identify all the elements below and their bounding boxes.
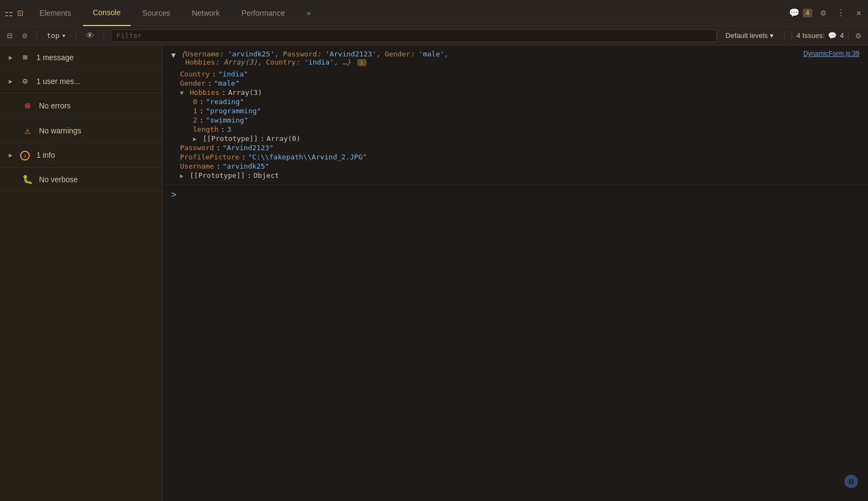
hobby-2-value: "swimming": [206, 116, 248, 124]
sidebar-item-user-messages[interactable]: ▶ ⊙ 1 user mes...: [0, 69, 162, 93]
list-icon: ≡: [19, 52, 31, 62]
tab-sources[interactable]: Sources: [133, 0, 180, 26]
hobby-length-row: length : 3: [193, 125, 859, 134]
hobbies-prototype-expand[interactable]: ▶: [193, 136, 201, 143]
hobbies-prototype-row: ▶ [[Prototype]] : Array(0): [193, 134, 859, 143]
profile-picture-row: ProfilePicture : "C:\\fakepath\\Arvind_2…: [180, 152, 859, 162]
info-label: 1 info: [36, 151, 55, 159]
username-value: "arvindk25": [222, 162, 269, 170]
object-preview: {Username: 'arvindk25', Password: 'Arvin…: [181, 50, 859, 66]
context-label: top: [47, 31, 59, 40]
object-prototype-value: Object: [254, 171, 279, 179]
country-key: Country: [180, 70, 210, 78]
default-levels-button[interactable]: Default levels ▾: [721, 30, 778, 41]
user-icon: ⊙: [19, 76, 31, 86]
username-key: Username: [180, 162, 214, 170]
chat-count: 4: [803, 9, 812, 17]
hobbies-prototype-key: [[Prototype]]: [203, 134, 258, 143]
hobby-0-row: 0 : "reading": [193, 97, 859, 106]
issues-text: 4 Issues:: [796, 31, 825, 40]
console-prompt[interactable]: >: [163, 185, 868, 204]
user-messages-expand-arrow: ▶: [9, 78, 12, 85]
hobby-0-index: 0: [193, 98, 197, 106]
toolbar-divider-3: [104, 30, 104, 41]
sidebar-item-messages[interactable]: ▶ ≡ 1 message: [0, 46, 162, 69]
prompt-arrow: >: [171, 189, 177, 200]
hobbies-expand-triangle[interactable]: ▼: [180, 89, 188, 97]
console-entry: ▼ {Username: 'arvindk25', Password: 'Arv…: [163, 46, 868, 185]
object-tree: Country : "india" Gender : "male" ▼ Hobb…: [171, 69, 859, 180]
chat-icon: 💬: [789, 8, 800, 18]
country-row: Country : "india": [180, 69, 859, 79]
tab-bar-right: 💬 4 ⚙ ⋮ ✕: [789, 5, 864, 20]
main-area: ▶ ≡ 1 message ▶ ⊙ 1 user mes... ⊗ No err…: [0, 46, 868, 501]
object-prototype-row: ▶ [[Prototype]] : Object: [180, 171, 859, 180]
tab-bar: ⚏ ⊡ Elements Console Sources Network Per…: [0, 0, 868, 26]
toolbar-divider-1: [36, 30, 37, 41]
tab-more[interactable]: »: [297, 0, 320, 26]
more-options-icon[interactable]: ⋮: [834, 5, 847, 20]
sidebar-item-verbose[interactable]: 🐛 No verbose: [0, 168, 162, 191]
gender-value: "male": [214, 79, 240, 87]
sidebar-item-info[interactable]: ▶ i 1 info: [0, 143, 162, 168]
warning-icon: ⚠: [22, 125, 34, 136]
sidebar-item-warnings[interactable]: ⚠ No warnings: [0, 118, 162, 143]
tab-network[interactable]: Network: [182, 0, 229, 26]
messages-expand-arrow: ▶: [9, 54, 12, 61]
profile-picture-key: ProfilePicture: [180, 153, 240, 161]
info-expand-arrow: ▶: [9, 151, 12, 159]
gender-key: Gender: [180, 79, 205, 87]
object-prototype-expand[interactable]: ▶: [180, 172, 188, 179]
info-icon: i: [19, 150, 31, 160]
hobby-2-row: 2 : "swimming": [193, 115, 859, 125]
filter-input[interactable]: [111, 29, 717, 42]
issues-chat-icon: 💬: [828, 31, 837, 40]
sidebar-item-errors[interactable]: ⊗ No errors: [0, 93, 162, 118]
issues-count: 4: [840, 31, 844, 40]
object-prototype-key: [[Prototype]]: [190, 171, 245, 179]
password-key: Password: [180, 144, 214, 152]
clear-console-icon[interactable]: ⊘: [20, 29, 30, 42]
default-levels-dropdown-icon: ▾: [770, 31, 774, 40]
gender-row: Gender : "male": [180, 79, 859, 88]
settings-icon[interactable]: ⚙: [819, 5, 828, 20]
console-sidebar: ▶ ≡ 1 message ▶ ⊙ 1 user mes... ⊗ No err…: [0, 46, 163, 501]
console-settings-icon[interactable]: ⚙: [853, 29, 864, 42]
country-value: "india": [218, 70, 248, 78]
tab-performance[interactable]: Performance: [232, 0, 294, 26]
username-row: Username : "arvindk25": [180, 162, 859, 171]
devtools-icon-1[interactable]: ⚏: [4, 7, 13, 18]
collapse-sidebar-icon[interactable]: ⊟: [4, 29, 15, 42]
object-expand-triangle[interactable]: ▼: [171, 51, 179, 59]
watermark-icon: [843, 473, 859, 492]
devtools-icon-2[interactable]: ⊡: [17, 7, 23, 18]
chat-badge[interactable]: 💬 4: [789, 8, 812, 18]
console-summary: ▼ {Username: 'arvindk25', Password: 'Arv…: [171, 50, 859, 66]
errors-label: No errors: [39, 101, 70, 110]
length-value: 3: [227, 125, 232, 133]
tab-elements[interactable]: Elements: [30, 0, 81, 26]
verbose-label: No verbose: [39, 175, 78, 184]
default-levels-label: Default levels: [725, 31, 768, 40]
context-selector[interactable]: top ▾: [43, 30, 69, 41]
toolbar-divider-4: [785, 30, 785, 41]
hobbies-array-label: Array(3): [228, 88, 262, 97]
hobby-0-value: "reading": [206, 98, 244, 106]
close-icon[interactable]: ✕: [854, 5, 864, 20]
tab-console[interactable]: Console: [83, 0, 130, 26]
hobby-1-index: 1: [193, 107, 197, 115]
context-dropdown-icon: ▾: [62, 31, 66, 40]
hobbies-prototype-value: Array(0): [267, 134, 301, 143]
error-icon: ⊗: [22, 100, 34, 111]
hobby-1-value: "programming": [206, 107, 261, 115]
issues-section[interactable]: 4 Issues: 💬 4: [792, 31, 848, 40]
tab-bar-left: ⚏ ⊡: [4, 7, 23, 18]
console-output: DynamicForm.js:39 ▼ {Username: 'arvindk2…: [163, 46, 868, 501]
verbose-icon: 🐛: [22, 174, 34, 184]
eye-icon[interactable]: 👁: [83, 29, 97, 42]
length-key: length: [193, 125, 218, 133]
console-toolbar: ⊟ ⊘ top ▾ 👁 Default levels ▾ 4 Issues: 💬…: [0, 26, 868, 46]
messages-label: 1 message: [36, 53, 73, 62]
hobby-2-index: 2: [193, 116, 197, 124]
warnings-label: No warnings: [39, 126, 81, 135]
